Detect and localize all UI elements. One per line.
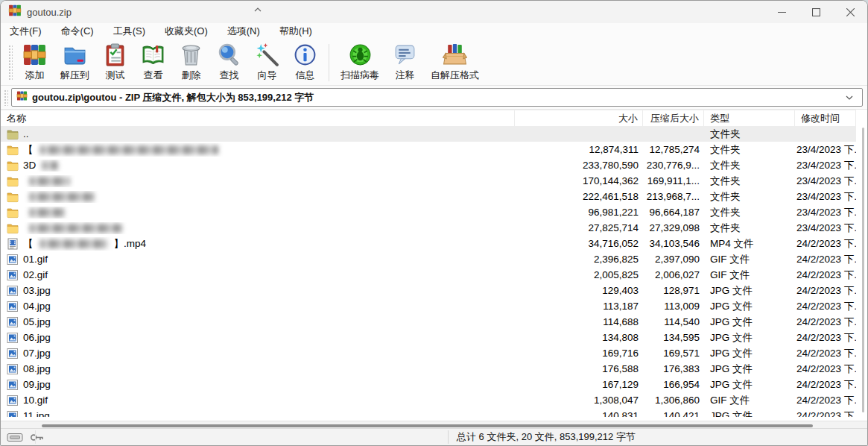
toolbar-button-virus-scan[interactable]: 扫描病毒 [334,41,386,84]
extract-to-icon [63,43,87,67]
minimize-button[interactable] [764,1,799,23]
file-row[interactable]: 222,461,518213,968,7...文件夹23/4/2023 下. [1,189,856,204]
toolbar-button-comment[interactable]: 注释 [386,41,424,84]
file-name-cell: 04.jpg [1,301,515,312]
toolbar-button-delete[interactable]: 删除 [172,41,210,84]
vertical-scrollbar-thumb[interactable] [862,128,864,412]
add-archive-icon [22,43,47,67]
menu-item-1[interactable]: 命令(C) [61,25,94,38]
file-row[interactable]: 03.jpg129,403128,971JPG 文件24/2/2023 下. [1,283,856,298]
file-packed-size: 213,968,7... [643,191,704,202]
file-size: 170,144,362 [515,175,643,186]
file-row[interactable]: 170,144,362169,911,1...文件夹23/4/2023 下. [1,173,856,189]
file-type: JPG 文件 [704,347,795,360]
virus-scan-icon [348,43,373,67]
file-row[interactable]: 04.jpg113,187113,009JPG 文件24/2/2023 下. [1,298,856,314]
menu-item-5[interactable]: 帮助(H) [279,25,312,38]
chevron-down-icon[interactable] [841,95,858,100]
file-type: JPG 文件 [704,300,795,313]
file-type: JPG 文件 [704,315,795,329]
file-name-cell: 08.jpg [1,363,515,375]
toolbar-button-label: 信息 [296,69,315,82]
maximize-button[interactable] [799,1,833,23]
file-row[interactable]: ..文件夹 [1,126,856,142]
file-type: GIF 文件 [704,268,795,282]
column-header-name[interactable]: 名称 [1,110,515,126]
drive-icon[interactable] [7,432,23,443]
file-row[interactable]: 96,981,22196,664,187文件夹23/4/2023 下. [1,204,856,220]
toolbar-button-info[interactable]: 信息 [286,41,324,84]
file-list: ..文件夹【12,874,31112,785,274文件夹23/4/2023 下… [1,126,856,417]
status-separator [35,430,36,444]
file-modified: 24/2/2023 下. [795,300,856,313]
toolbar-button-label: 注释 [396,69,415,82]
file-size: 140,831 [515,410,643,417]
file-type: 文件夹 [704,190,795,204]
key-icon[interactable] [29,432,45,443]
test-icon [103,43,127,67]
column-header-type[interactable]: 类型 [704,110,795,126]
address-combobox[interactable]: goutou.zip\goutou - ZIP 压缩文件, 解包大小为 853,… [11,88,863,107]
file-packed-size: 134,595 [643,332,704,343]
file-row[interactable]: 10.gif1,308,0471,306,860GIF 文件24/2/2023 … [1,392,856,408]
horizontal-scrollbar-thumb[interactable] [42,424,813,427]
file-row[interactable]: 01.gif2,396,8252,397,090GIF 文件24/2/2023 … [1,251,856,267]
winrar-archive-icon [16,90,28,104]
redacted-name-blur [42,161,58,170]
column-header-modified[interactable]: 修改时间 [795,110,856,126]
toolbar-button-sfx[interactable]: 自解压格式 [424,41,486,84]
file-packed-size: 27,329,098 [643,222,704,233]
file-size: 2,396,825 [515,254,643,265]
file-modified: 24/2/2023 下. [795,237,856,251]
file-modified: 24/2/2023 下. [795,284,856,298]
address-gripper[interactable] [4,89,8,106]
toolbar-button-add-archive[interactable]: 添加 [16,41,54,84]
folder-icon [7,160,19,172]
toolbar-button-wizard[interactable]: 向导 [248,41,286,84]
redacted-name-blur [29,224,122,233]
vertical-scrollbar[interactable] [861,113,865,420]
close-button[interactable] [833,1,867,23]
file-row[interactable]: 06.jpg134,808134,595JPG 文件24/2/2023 下. [1,330,856,345]
toolbar-button-extract-to[interactable]: 解压到 [54,41,96,84]
file-row[interactable]: 3D233,780,590230,776,9...文件夹23/4/2023 下. [1,157,856,173]
file-packed-size: 34,103,546 [643,238,704,249]
file-size: 2,005,825 [515,269,643,280]
menu-bar: 文件(F)命令(C)工具(S)收藏夹(O)选项(N)帮助(H) [1,23,867,40]
file-row[interactable]: 27,825,71427,329,098文件夹23/4/2023 下. [1,220,856,236]
column-header-packed[interactable]: 压缩后大小 [643,110,704,126]
file-modified: 24/2/2023 下. [795,253,856,266]
file-modified: 23/4/2023 下. [795,190,856,204]
file-row[interactable]: 【】.mp434,716,05234,103,546MP4 文件24/2/202… [1,236,856,251]
file-row[interactable]: 05.jpg114,688114,540JPG 文件24/2/2023 下. [1,314,856,330]
file-modified: 23/4/2023 下. [795,206,856,219]
file-size: 222,461,518 [515,191,643,202]
file-modified: 24/2/2023 下. [795,394,856,407]
menu-item-0[interactable]: 文件(F) [10,25,42,38]
file-packed-size: 1,306,860 [643,395,704,406]
toolbar-button-test[interactable]: 测试 [96,41,134,84]
toolbar-button-find[interactable]: 查找 [210,41,248,84]
file-packed-size: 2,006,027 [643,269,704,280]
menu-item-4[interactable]: 选项(N) [227,25,260,38]
file-name-cell [1,191,515,203]
file-type: 文件夹 [704,175,795,188]
title-bar[interactable]: goutou.zip [1,1,867,23]
toolbar-button-view[interactable]: 查看 [134,41,172,84]
file-packed-size: 169,571 [643,348,704,359]
toolbar-gripper[interactable] [8,45,13,81]
menu-item-2[interactable]: 工具(S) [113,25,145,38]
image-file-icon [7,269,19,281]
column-header-size[interactable]: 大小 [515,110,643,126]
file-name: .. [23,128,29,139]
file-row[interactable]: 【12,874,31112,785,274文件夹23/4/2023 下. [1,142,856,157]
file-row[interactable]: 02.gif2,005,8252,006,027GIF 文件24/2/2023 … [1,267,856,283]
menu-item-3[interactable]: 收藏夹(O) [165,25,208,38]
file-row[interactable]: 11.jpg140,831140,421JPG 文件24/2/2023 下. [1,408,856,417]
file-name-cell: 06.jpg [1,332,515,344]
file-size: 167,129 [515,379,643,390]
file-size: 34,716,052 [515,238,643,249]
file-row[interactable]: 07.jpg169,716169,571JPG 文件24/2/2023 下. [1,345,856,361]
file-row[interactable]: 08.jpg176,588176,383JPG 文件24/2/2023 下. [1,361,856,377]
file-row[interactable]: 09.jpg167,129166,954JPG 文件24/2/2023 下. [1,377,856,392]
